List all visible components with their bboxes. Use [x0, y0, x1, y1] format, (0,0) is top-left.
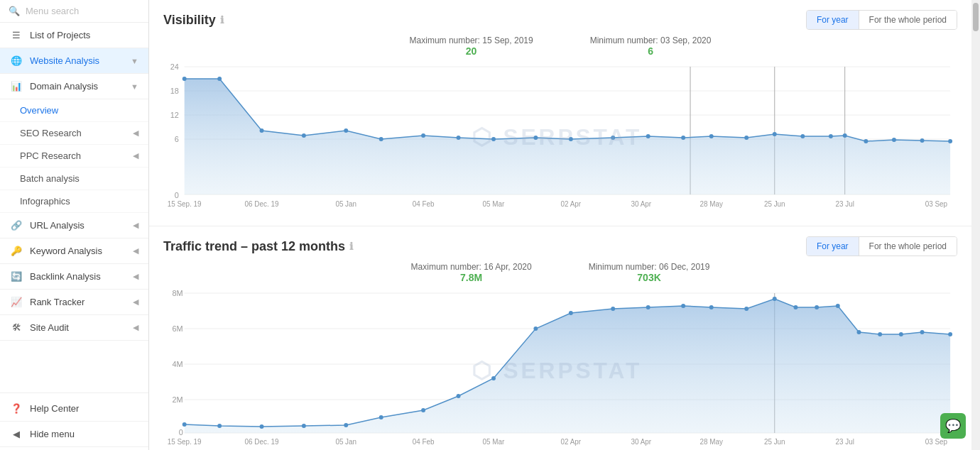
scrollbar-thumb[interactable]: [973, 3, 979, 31]
svg-point-28: [744, 136, 748, 140]
svg-text:06 Dec. 19: 06 Dec. 19: [245, 438, 279, 446]
svg-point-25: [646, 134, 650, 138]
svg-point-61: [217, 424, 222, 428]
svg-text:⬡ SERPSTAT: ⬡ SERPSTAT: [472, 124, 642, 150]
visibility-for-year-btn[interactable]: For year: [807, 11, 859, 29]
svg-point-36: [948, 139, 952, 143]
sidebar-item-label: List of Projects: [30, 30, 90, 40]
chevron-left-icon: ◀: [133, 272, 138, 281]
sidebar-item-infographics[interactable]: Infographics: [0, 190, 148, 213]
svg-point-26: [681, 136, 685, 140]
sidebar-item-label: Batch analysis: [20, 173, 80, 184]
visibility-min-label: Minimum number: 03 Sep, 2020: [590, 35, 712, 45]
sidebar-item-seo-research[interactable]: SEO Research ◀: [0, 122, 148, 145]
sidebar-item-rank-tracker[interactable]: 📈 Rank Tracker ◀: [0, 290, 148, 315]
svg-point-83: [920, 330, 925, 334]
svg-point-29: [773, 132, 777, 136]
traffic-for-year-btn[interactable]: For year: [807, 237, 859, 256]
url-analysis-icon: 🔗: [10, 220, 23, 231]
svg-point-84: [948, 332, 952, 336]
keyword-analysis-icon: 🔑: [10, 246, 23, 256]
svg-text:25 Jun: 25 Jun: [764, 200, 785, 208]
visibility-title: Visibility ℹ: [163, 13, 224, 28]
visibility-whole-period-btn[interactable]: For the whole period: [859, 11, 957, 29]
svg-point-15: [260, 128, 264, 133]
sidebar-item-site-audit[interactable]: 🛠 Site Audit ◀: [0, 315, 148, 341]
svg-text:15 Sep. 19: 15 Sep. 19: [168, 200, 202, 208]
visibility-stats: Maximum number: 15 Sep, 2019 20 Minimum …: [163, 35, 957, 57]
svg-point-66: [421, 408, 425, 412]
svg-point-31: [829, 134, 833, 138]
svg-point-81: [878, 332, 882, 336]
sidebar-item-help-center[interactable]: ❓ Help Center: [0, 396, 148, 422]
svg-point-13: [183, 77, 187, 81]
sidebar-item-overview[interactable]: Overview: [0, 99, 148, 122]
menu-search[interactable]: 🔍 Menu search: [0, 0, 148, 23]
svg-point-72: [646, 305, 650, 309]
svg-text:23 Jul: 23 Jul: [836, 200, 854, 208]
svg-text:2M: 2M: [173, 395, 183, 404]
traffic-period-buttons: For year For the whole period: [806, 236, 957, 256]
hide-menu-icon: ◀: [10, 429, 23, 439]
sidebar-item-backlink-analysis[interactable]: 🔄 Backlink Analysis ◀: [0, 264, 148, 290]
sidebar-item-list-projects[interactable]: ☰ List of Projects: [0, 23, 148, 48]
svg-text:15 Sep. 19: 15 Sep. 19: [168, 438, 202, 446]
traffic-whole-period-btn[interactable]: For the whole period: [859, 237, 957, 256]
search-icon: 🔍: [9, 6, 20, 16]
svg-point-67: [457, 394, 461, 398]
svg-text:06 Dec. 19: 06 Dec. 19: [245, 200, 279, 208]
sidebar-item-keyword-analysis[interactable]: 🔑 Keyword Analysis ◀: [0, 238, 148, 264]
chat-widget[interactable]: 💬: [940, 413, 966, 439]
traffic-info-icon[interactable]: ℹ: [349, 241, 353, 252]
svg-text:03 Sep: 03 Sep: [925, 200, 948, 208]
svg-point-65: [379, 415, 383, 419]
svg-point-64: [344, 423, 348, 427]
chevron-left-icon: ◀: [133, 151, 138, 160]
svg-text:30 Apr: 30 Apr: [631, 200, 651, 208]
sidebar-item-website-analysis[interactable]: 🌐 Website Analysis ▼: [0, 48, 148, 74]
site-audit-icon: 🛠: [10, 322, 23, 333]
help-icon: ❓: [10, 403, 23, 414]
sidebar-item-label: Site Audit: [30, 322, 69, 333]
visibility-svg: 24 18 12 6 0: [163, 60, 957, 209]
svg-text:03 Sep: 03 Sep: [925, 438, 948, 446]
svg-point-75: [744, 307, 748, 311]
svg-text:12: 12: [170, 111, 179, 119]
sidebar-item-label: Overview: [20, 105, 58, 116]
sidebar-item-batch-analysis[interactable]: Batch analysis: [0, 168, 148, 190]
svg-text:02 Apr: 02 Apr: [561, 200, 582, 208]
svg-point-76: [773, 297, 777, 301]
backlink-icon: 🔄: [10, 271, 23, 282]
domain-analysis-icon: 📊: [10, 81, 23, 92]
sidebar-item-label: Backlink Analysis: [30, 271, 101, 282]
scrollbar[interactable]: [971, 0, 980, 450]
svg-point-14: [217, 77, 222, 81]
svg-text:8M: 8M: [173, 289, 183, 297]
main-content: Visibility ℹ For year For the whole peri…: [149, 0, 971, 450]
sidebar-item-ppc-research[interactable]: PPC Research ◀: [0, 145, 148, 168]
chevron-left-icon: ◀: [133, 297, 138, 307]
svg-text:05 Mar: 05 Mar: [483, 200, 505, 208]
visibility-info-icon[interactable]: ℹ: [220, 14, 224, 26]
traffic-max-stat: Maximum number: 16 Apr, 2020 7.8M: [411, 262, 532, 283]
search-placeholder: Menu search: [26, 6, 79, 16]
svg-point-16: [302, 133, 306, 138]
sidebar-item-url-analysis[interactable]: 🔗 URL Analysis ◀: [0, 213, 148, 238]
svg-text:05 Jan: 05 Jan: [335, 438, 356, 446]
svg-point-20: [457, 136, 461, 140]
chevron-left-icon: ◀: [133, 246, 138, 256]
sidebar-item-label: Infographics: [20, 196, 70, 207]
sidebar-item-label: Domain Analysis: [30, 81, 98, 92]
svg-point-27: [709, 134, 714, 138]
svg-point-77: [793, 305, 797, 309]
svg-point-69: [533, 326, 538, 331]
sidebar-item-domain-analysis[interactable]: 📊 Domain Analysis ▼: [0, 74, 148, 99]
svg-text:04 Feb: 04 Feb: [413, 438, 435, 446]
svg-point-32: [843, 133, 847, 138]
svg-point-71: [611, 307, 615, 311]
svg-point-19: [421, 133, 425, 138]
sidebar-item-hide-menu[interactable]: ◀ Hide menu: [0, 422, 148, 447]
svg-point-79: [836, 304, 840, 308]
sidebar: 🔍 Menu search ☰ List of Projects 🌐 Websi…: [0, 0, 149, 450]
svg-point-60: [183, 422, 187, 427]
